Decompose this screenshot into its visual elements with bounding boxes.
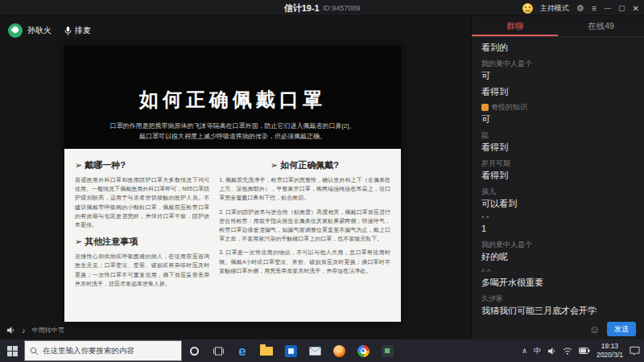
chat-message: 岁月可期 看得到 bbox=[481, 158, 634, 182]
chat-tabs: 群聊 在线49 bbox=[472, 16, 644, 37]
system-tray: ∧ 中 19:13 2020/3/1 bbox=[522, 342, 644, 359]
emoji-icon[interactable] bbox=[522, 3, 533, 14]
chrome-icon bbox=[357, 345, 369, 357]
taskbar-clock[interactable]: 19:13 2020/3/1 bbox=[597, 342, 623, 359]
taskbar-app-blue[interactable] bbox=[279, 339, 303, 362]
menu-icon[interactable]: ≡ bbox=[592, 4, 597, 13]
tab-group-chat[interactable]: 群聊 bbox=[472, 16, 558, 36]
chat-message: 惢 看得到 bbox=[481, 130, 634, 154]
settings-gear-icon[interactable]: ⚙ bbox=[576, 4, 584, 13]
chat-message: 我的意中人是个 可 bbox=[481, 59, 634, 82]
task-view-button[interactable] bbox=[206, 339, 230, 362]
slide-body: ➢ 戴哪一种? 普通医用外科口罩和医用防护口罩大多数情况下均可使用。一般情况下佩… bbox=[64, 149, 401, 322]
music-note-icon: ♪ bbox=[22, 327, 26, 335]
notification-center-icon[interactable] bbox=[630, 346, 640, 356]
host-mode-button[interactable]: 主持模式 bbox=[540, 3, 569, 14]
tray-battery-icon[interactable] bbox=[579, 348, 590, 354]
speaker-icon[interactable] bbox=[6, 326, 15, 335]
window-titlebar: 信计19-1 ID:9457089 主持模式 ⚙ ≡ — ▢ ✕ bbox=[0, 0, 644, 16]
tray-network-icon[interactable] bbox=[563, 347, 572, 355]
emoji-picker-icon[interactable]: ☺ bbox=[589, 324, 600, 335]
ticker-text: 中雨转中雪 bbox=[32, 326, 64, 335]
minimize-button[interactable]: — bbox=[604, 5, 611, 12]
slide-title: 如何正确佩戴口罩 bbox=[139, 87, 326, 113]
chat-message: 我的意中人是个 好的呢 bbox=[481, 240, 634, 263]
chat-message: 久汐寒 我猜我们可能三月底才会开学 bbox=[481, 294, 634, 317]
titlebar-controls: 主持模式 ⚙ ≡ — ▢ ✕ bbox=[522, 0, 639, 16]
blue-app-icon bbox=[285, 345, 297, 357]
tray-volume-icon[interactable] bbox=[547, 347, 556, 356]
slide-heading-how-to-wear: ➢ 如何正确佩戴? bbox=[219, 159, 390, 171]
send-button[interactable]: 发送 bbox=[607, 322, 636, 336]
search-placeholder: 在这里输入你要搜索的内容 bbox=[43, 346, 134, 356]
taskbar-app-file-explorer[interactable] bbox=[254, 339, 279, 362]
chat-message: 看得到 bbox=[481, 87, 634, 98]
search-icon bbox=[30, 347, 39, 356]
chat-message: 孩儿 可以看到 bbox=[481, 187, 634, 210]
slide: 如何正确佩戴口罩 口罩的作用是把携带病原体的飞沫等隔离在口罩外面，防止它们进入佩… bbox=[64, 46, 401, 322]
slide-paragraph-which-mask: 普通医用外科口罩和医用防护口罩大多数情况下均可使用。一般情况下佩戴医用外科口罩即… bbox=[75, 175, 209, 229]
windows-logo-icon bbox=[7, 346, 18, 356]
slide-step-1: 1. 佩戴前先洗净手，检查口罩的完整性，确认里外和上下（金属条在上方、深色面朝外… bbox=[219, 175, 390, 203]
audio-ticker: ♪ 中雨转中雪 bbox=[6, 326, 64, 335]
clock-time: 19:13 bbox=[597, 342, 623, 351]
taskbar-app-colorful[interactable] bbox=[351, 339, 375, 362]
taskbar-app-edge[interactable]: e bbox=[230, 339, 254, 362]
presentation-stage: 孙耿火 排麦 如何正确佩戴口罩 口罩的作用是把携带病原体的飞沫等隔离在口罩外面，… bbox=[0, 16, 471, 339]
taskbar-search-input[interactable]: 在这里输入你要搜索的内容 bbox=[24, 340, 182, 361]
slide-step-2: 2. 口罩的防护效果与密合性（贴面度）高度相关，佩戴口罩后应进行密合性检查：用双… bbox=[219, 208, 390, 244]
queue-label: 排麦 bbox=[75, 25, 91, 36]
cortana-icon bbox=[190, 347, 199, 356]
chat-message-list[interactable]: 看到的 我的意中人是个 可 看得到 奇怪的知识 可 惢 看得到 岁月可期 看得到… bbox=[472, 37, 644, 319]
task-view-icon bbox=[213, 347, 224, 356]
folder-icon bbox=[260, 347, 273, 356]
edge-icon: e bbox=[238, 344, 246, 358]
ime-indicator[interactable]: 中 bbox=[534, 348, 541, 355]
orange-app-icon bbox=[333, 345, 345, 357]
level-badge-icon bbox=[481, 104, 489, 111]
dark-app-icon bbox=[382, 345, 394, 357]
start-button[interactable] bbox=[0, 339, 24, 362]
taskbar-app-dark[interactable] bbox=[375, 339, 399, 362]
slide-paragraph-other-notes: 患慢性心肺疾病或呼吸困难的病人，在使用前应咨询医生意见；口罩变湿、变形、破损或有… bbox=[75, 252, 209, 288]
cortana-button[interactable] bbox=[182, 339, 206, 362]
slide-subtitle-line2: 戴口罩可以很大程度上减少呼吸道疾病的传染，但必须佩戴正确。 bbox=[110, 132, 356, 142]
presenter-name: 孙耿火 bbox=[27, 25, 52, 36]
clock-date: 2020/3/1 bbox=[597, 351, 623, 360]
slide-heading-other-notes: ➢ 其他注意事项 bbox=[75, 236, 209, 248]
meeting-title: 信计19-1 bbox=[284, 2, 320, 14]
windows-taskbar: 在这里输入你要搜索的内容 e ∧ 中 19:13 2020/3/1 bbox=[0, 339, 644, 362]
taskbar-app-orange[interactable] bbox=[327, 339, 351, 362]
chat-sidebar: 群聊 在线49 看到的 我的意中人是个 可 看得到 奇怪的知识 可 惢 看得到 … bbox=[471, 16, 644, 339]
tab-online-members[interactable]: 在线49 bbox=[558, 16, 644, 36]
microphone-icon bbox=[64, 27, 72, 35]
chat-input-bar: ☺ 发送 bbox=[472, 319, 644, 339]
taskbar-app-mail[interactable] bbox=[303, 339, 327, 362]
slide-heading-which-mask: ➢ 戴哪一种? bbox=[75, 159, 209, 171]
presenter-avatar bbox=[8, 23, 23, 38]
chat-message: * * 1 bbox=[481, 214, 634, 235]
slide-right-column: ➢ 如何正确佩戴? 1. 佩戴前先洗净手，检查口罩的完整性，确认里外和上下（金属… bbox=[219, 157, 390, 314]
chat-message: ^ ^ 多喝开水很重要 bbox=[481, 268, 634, 289]
raise-hand-queue-button[interactable]: 排麦 bbox=[64, 25, 91, 36]
close-button[interactable]: ✕ bbox=[633, 4, 639, 13]
tray-chevron-up-icon[interactable]: ∧ bbox=[522, 348, 527, 355]
meeting-id: ID:9457089 bbox=[323, 4, 361, 12]
chat-message: 看到的 bbox=[481, 43, 634, 54]
slide-step-3: 3. 口罩是一次性使用的物品，不可以与他人共用，且口罩有使用时限。佩戴4小时或口… bbox=[219, 248, 390, 275]
chat-message: 奇怪的知识 可 bbox=[481, 102, 634, 125]
presenter-info: 孙耿火 排麦 bbox=[8, 23, 91, 38]
maximize-button[interactable]: ▢ bbox=[618, 5, 625, 12]
slide-subtitle-line1: 口罩的作用是把携带病原体的飞沫等隔离在口罩外面，防止它们进入佩戴者的口鼻[2]。 bbox=[110, 121, 356, 131]
slide-subtitle: 口罩的作用是把携带病原体的飞沫等隔离在口罩外面，防止它们进入佩戴者的口鼻[2]。… bbox=[110, 121, 356, 142]
slide-left-column: ➢ 戴哪一种? 普通医用外科口罩和医用防护口罩大多数情况下均可使用。一般情况下佩… bbox=[75, 157, 209, 314]
mail-icon bbox=[309, 347, 321, 356]
slide-header: 如何正确佩戴口罩 口罩的作用是把携带病原体的飞沫等隔离在口罩外面，防止它们进入佩… bbox=[64, 46, 401, 149]
